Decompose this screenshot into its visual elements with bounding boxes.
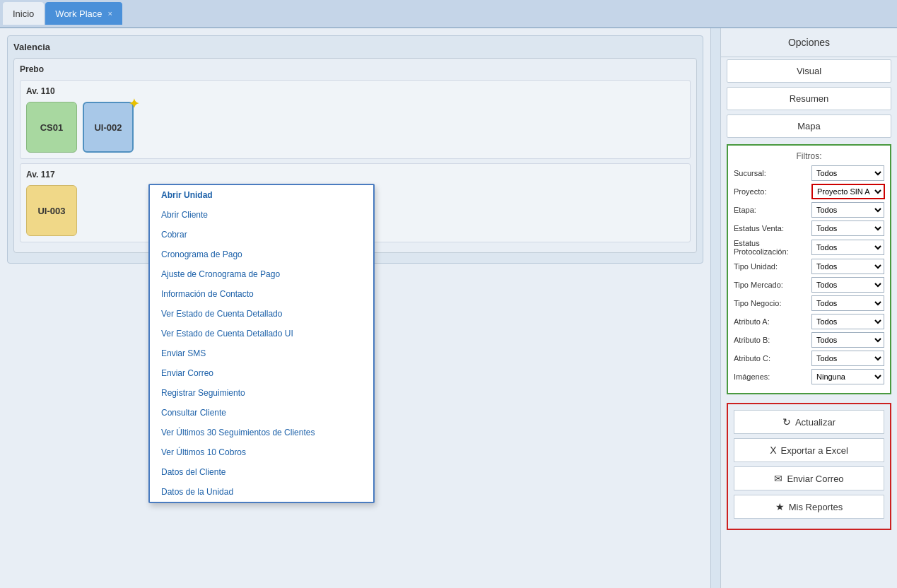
tab-bar: Inicio Work Place × bbox=[0, 0, 897, 28]
context-menu-item[interactable]: Cobrar bbox=[150, 225, 373, 245]
opciones-header: Opciones bbox=[721, 28, 897, 57]
tab-close-icon[interactable]: × bbox=[108, 9, 112, 18]
context-menu-item[interactable]: Registrar Seguimiento bbox=[150, 383, 373, 403]
filter-select[interactable]: Proyecto SIN A bbox=[811, 184, 885, 199]
tab-workplace-label: Work Place bbox=[55, 8, 102, 19]
action-label: Exportar a Excel bbox=[780, 445, 848, 456]
tab-workplace[interactable]: Work Place × bbox=[45, 2, 122, 25]
filter-label: Etapa: bbox=[734, 206, 811, 214]
view-button[interactable]: Mapa bbox=[727, 114, 891, 138]
unit-UI-002-label: UI-002 bbox=[94, 122, 122, 133]
action-button[interactable]: XExportar a Excel bbox=[734, 438, 884, 462]
street-title-av117: Av. 117 bbox=[26, 170, 684, 180]
street-group-av110: Av. 110 CS01 UI-002 ✦ bbox=[20, 80, 691, 159]
filter-row: Tipo Negocio:Todos bbox=[734, 295, 884, 311]
unit-CS01-label: CS01 bbox=[40, 122, 64, 133]
filters-title: Filtros: bbox=[734, 151, 884, 161]
filter-label: Estatus Venta: bbox=[734, 224, 811, 233]
action-icon: ★ bbox=[775, 501, 785, 512]
context-menu-item[interactable]: Datos de la Unidad bbox=[150, 482, 373, 502]
actions-box: ↻ActualizarXExportar a Excel✉Enviar Corr… bbox=[727, 403, 891, 530]
filter-label: Proyecto: bbox=[734, 187, 811, 196]
filter-select[interactable]: Todos bbox=[811, 314, 884, 329]
filter-row: Etapa:Todos bbox=[734, 202, 884, 218]
action-label: Actualizar bbox=[795, 417, 836, 428]
filter-select[interactable]: Todos bbox=[811, 332, 884, 348]
filter-select[interactable]: Todos bbox=[811, 351, 884, 366]
unit-CS01[interactable]: CS01 bbox=[26, 102, 77, 153]
context-menu-item[interactable]: Enviar Correo bbox=[150, 363, 373, 383]
action-button[interactable]: ↻Actualizar bbox=[734, 410, 884, 434]
filter-label: Sucursal: bbox=[734, 169, 811, 177]
filter-label: Atributo B: bbox=[734, 336, 811, 344]
context-menu-item[interactable]: Información de Contacto bbox=[150, 284, 373, 304]
filter-rows: Sucursal:TodosProyecto:Proyecto SIN AEta… bbox=[734, 165, 884, 384]
filter-row: Imágenes:Ninguna bbox=[734, 369, 884, 384]
unit-UI-002[interactable]: UI-002 ✦ bbox=[83, 102, 134, 153]
filter-label: Tipo Unidad: bbox=[734, 262, 811, 271]
context-menu-item[interactable]: Ver Últimos 30 Seguimientos de Clientes bbox=[150, 423, 373, 442]
context-menu-item[interactable]: Abrir Unidad bbox=[150, 185, 373, 205]
filter-label: Tipo Negocio: bbox=[734, 299, 811, 307]
filter-row: Sucursal:Todos bbox=[734, 165, 884, 181]
context-menu-item[interactable]: Abrir Cliente bbox=[150, 205, 373, 225]
filter-select[interactable]: Todos bbox=[811, 259, 884, 274]
filter-label: Atributo C: bbox=[734, 354, 811, 363]
context-menu-item[interactable]: Enviar SMS bbox=[150, 343, 373, 363]
action-button[interactable]: ✉Enviar Correo bbox=[734, 466, 884, 490]
filter-select[interactable]: Todos bbox=[811, 277, 884, 293]
filter-row: Proyecto:Proyecto SIN A bbox=[734, 184, 884, 199]
filter-label: Imágenes: bbox=[734, 372, 811, 381]
main-layout: Valencia Prebo Av. 110 CS01 UI-002 ✦ bbox=[0, 28, 897, 588]
context-menu-item[interactable]: Ver Últimos 10 Cobros bbox=[150, 442, 373, 462]
unit-UI-003-label: UI-003 bbox=[37, 206, 65, 216]
context-menu: Abrir UnidadAbrir ClienteCobrarCronogram… bbox=[148, 184, 375, 503]
filter-row: Tipo Unidad:Todos bbox=[734, 259, 884, 274]
filter-row: Estatus Venta:Todos bbox=[734, 220, 884, 236]
context-menu-item[interactable]: Ver Estado de Cuenta Detallado UI bbox=[150, 324, 373, 343]
action-icon: ↻ bbox=[782, 416, 791, 428]
tab-inicio[interactable]: Inicio bbox=[3, 2, 44, 25]
right-panel: Opciones VisualResumenMapa Filtros: Sucu… bbox=[720, 28, 897, 588]
filter-select[interactable]: Todos bbox=[811, 220, 884, 236]
view-button[interactable]: Visual bbox=[727, 59, 891, 83]
filter-label: Tipo Mercado: bbox=[734, 281, 811, 289]
context-menu-item[interactable]: Cronograma de Pago bbox=[150, 245, 373, 264]
context-menu-item[interactable]: Datos del Cliente bbox=[150, 462, 373, 482]
filter-label: Atributo A: bbox=[734, 317, 811, 326]
filters-box: Filtros: Sucursal:TodosProyecto:Proyecto… bbox=[727, 144, 891, 394]
action-icon: ✉ bbox=[774, 473, 782, 484]
units-row-av110: CS01 UI-002 ✦ bbox=[26, 102, 684, 153]
scroll-gutter[interactable] bbox=[710, 28, 720, 588]
action-label: Enviar Correo bbox=[787, 474, 843, 484]
filter-select[interactable]: Todos bbox=[811, 240, 884, 255]
filter-row: Tipo Mercado:Todos bbox=[734, 277, 884, 293]
filter-row: Atributo C:Todos bbox=[734, 351, 884, 366]
view-button[interactable]: Resumen bbox=[727, 87, 891, 110]
filter-row: Estatus Protocolización:Todos bbox=[734, 239, 884, 256]
filter-label: Estatus Protocolización: bbox=[734, 239, 811, 256]
location-title: Valencia bbox=[13, 42, 697, 52]
filter-select[interactable]: Todos bbox=[811, 165, 884, 181]
filter-select[interactable]: Todos bbox=[811, 202, 884, 218]
action-button[interactable]: ★Mis Reportes bbox=[734, 495, 884, 519]
filter-select[interactable]: Todos bbox=[811, 295, 884, 311]
action-label: Mis Reportes bbox=[789, 502, 843, 512]
context-menu-item[interactable]: Consultar Cliente bbox=[150, 403, 373, 423]
action-icon: X bbox=[770, 445, 776, 456]
context-menu-item[interactable]: Ajuste de Cronograma de Pago bbox=[150, 264, 373, 284]
sub-location-title: Prebo bbox=[20, 64, 691, 74]
cursor-star-icon: ✦ bbox=[129, 96, 139, 112]
filter-row: Atributo B:Todos bbox=[734, 332, 884, 348]
tab-inicio-label: Inicio bbox=[13, 8, 34, 19]
context-menu-item[interactable]: Ver Estado de Cuenta Detallado bbox=[150, 304, 373, 324]
street-title-av110: Av. 110 bbox=[26, 86, 684, 96]
filter-select[interactable]: Ninguna bbox=[811, 369, 884, 384]
view-buttons: VisualResumenMapa bbox=[721, 57, 897, 140]
left-panel: Valencia Prebo Av. 110 CS01 UI-002 ✦ bbox=[0, 28, 710, 588]
filter-row: Atributo A:Todos bbox=[734, 314, 884, 329]
unit-UI-003[interactable]: UI-003 bbox=[26, 185, 77, 236]
